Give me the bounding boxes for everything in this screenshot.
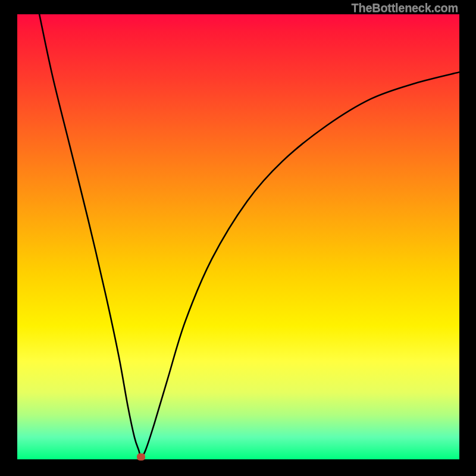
plot-area [17,14,459,459]
watermark-text: TheBottleneck.com [352,1,458,15]
optimum-marker [137,453,145,461]
chart-frame: TheBottleneck.com [0,0,476,476]
curve-svg [17,14,459,459]
bottleneck-curve [39,14,459,457]
